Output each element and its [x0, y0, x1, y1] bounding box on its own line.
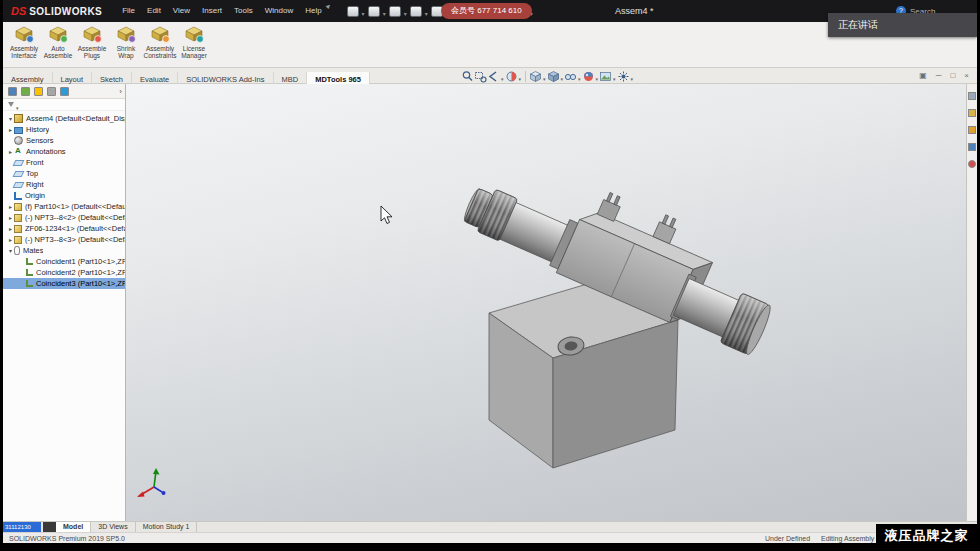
ribbon-button-label: License Manager: [177, 45, 211, 59]
apply-scene-icon[interactable]: [599, 70, 612, 83]
filter-icon[interactable]: [8, 102, 14, 107]
view-settings-icon[interactable]: [617, 70, 630, 83]
menu-window[interactable]: Window: [259, 0, 299, 22]
display-style-icon[interactable]: [547, 70, 560, 83]
print-icon[interactable]: [410, 6, 422, 17]
new-icon[interactable]: [347, 6, 359, 17]
solidworks-logo: DS SOLIDWORKS: [11, 5, 102, 17]
tree-item-right-plane[interactable]: Right: [3, 179, 125, 190]
expander-icon[interactable]: ▸: [7, 148, 14, 155]
save-icon[interactable]: [389, 6, 401, 17]
tree-item-mates[interactable]: ▾Mates: [3, 245, 125, 256]
section-view-icon[interactable]: [505, 70, 518, 83]
tree-item-sensors[interactable]: Sensors: [3, 135, 125, 146]
menu-edit[interactable]: Edit: [141, 0, 167, 22]
tree-item-label: Top: [26, 169, 38, 178]
featuremanager-tab-icon[interactable]: [8, 87, 17, 96]
valve-assembly-model[interactable]: [126, 84, 966, 521]
tree-item-history[interactable]: ▸History: [3, 124, 125, 135]
open-dropdown-icon[interactable]: [382, 2, 387, 20]
tab-model[interactable]: Model: [56, 522, 91, 532]
tree-item-part10[interactable]: ▸(f) Part10<1> (Default<<Default: [3, 201, 125, 212]
section-view-dropdown-icon[interactable]: [518, 67, 523, 85]
heads-up-toolbar: [461, 69, 634, 83]
panel-expand-arrow-icon[interactable]: ›: [119, 87, 122, 96]
corner-badge: 31112130: [3, 522, 41, 532]
hide-show-items-icon[interactable]: [564, 70, 577, 83]
assembly-icon: [14, 114, 23, 123]
restore-icon[interactable]: [919, 68, 927, 83]
tree-item-npt3-3[interactable]: ▸(-) NPT3--8<3> (Default<<Defau: [3, 234, 125, 245]
assembly-constraints-icon: [149, 25, 171, 44]
menu-file[interactable]: File: [116, 0, 141, 22]
design-library-icon[interactable]: [968, 109, 976, 117]
origin-icon: [14, 192, 22, 200]
expander-icon[interactable]: ▸: [7, 236, 14, 243]
zoom-fit-icon[interactable]: [461, 70, 474, 83]
tree-item-front-plane[interactable]: Front: [3, 157, 125, 168]
expander-icon[interactable]: ▾: [7, 115, 14, 122]
tree-item-label: (-) NPT3--8<2> (Default<<Defau: [25, 213, 125, 222]
expander-icon[interactable]: ▾: [7, 247, 14, 254]
expander-icon[interactable]: ▸: [7, 214, 14, 221]
part-icon: [14, 214, 22, 222]
menu-insert[interactable]: Insert: [196, 0, 228, 22]
save-dropdown-icon[interactable]: [403, 2, 408, 20]
displaymanager-tab-icon[interactable]: [60, 87, 69, 96]
ribbon-button-label: Shrink Wrap: [109, 45, 143, 59]
view-orientation-icon[interactable]: [529, 70, 542, 83]
tree-item-coincident1[interactable]: Coincident1 (Part10<1>,ZF06: [3, 256, 125, 267]
previous-view-icon[interactable]: [487, 70, 500, 83]
tree-item-zf06-1234[interactable]: ▸ZF06-1234<1> (Default<<Defaul: [3, 223, 125, 234]
license-manager-icon: [183, 25, 205, 44]
solidworks-resources-icon[interactable]: [968, 92, 976, 100]
file-explorer-icon[interactable]: [968, 126, 976, 134]
feature-manager-panel: › ▾Assem4 (Default<Default_Display Sta ▸…: [3, 84, 126, 521]
menu-help[interactable]: Help: [299, 0, 327, 22]
expander-icon[interactable]: ▸: [7, 225, 14, 232]
ribbon-button-auto-assemble[interactable]: Auto Assemble: [41, 24, 75, 59]
z-axis-icon: [162, 491, 166, 495]
ribbon-button-assemble-plugs[interactable]: Assemble Plugs: [75, 24, 109, 59]
ribbon-button-license-manager[interactable]: License Manager: [177, 24, 211, 59]
maximize-icon[interactable]: [950, 68, 955, 83]
tree-item-npt3-2[interactable]: ▸(-) NPT3--8<2> (Default<<Defau: [3, 212, 125, 223]
assemble-plugs-icon: [81, 25, 103, 44]
view-settings-dropdown-icon[interactable]: [630, 67, 635, 85]
expander-icon[interactable]: ▸: [7, 126, 14, 133]
configurationmanager-tab-icon[interactable]: [34, 87, 43, 96]
tree-item-coincident3[interactable]: Coincident3 (Part10<1>,ZF06: [3, 278, 125, 289]
plane-icon: [13, 182, 25, 188]
tree-item-annotations[interactable]: ▸Annotations: [3, 146, 125, 157]
feature-tree: ▾Assem4 (Default<Default_Display Sta ▸Hi…: [3, 111, 125, 289]
ribbon-button-shrink-wrap[interactable]: Shrink Wrap: [109, 24, 143, 59]
menu-view[interactable]: View: [167, 0, 196, 22]
graphics-viewport[interactable]: [126, 84, 966, 521]
zoom-area-icon[interactable]: [474, 70, 487, 83]
ribbon-button-assembly-constraints[interactable]: Assembly Constraints: [143, 24, 177, 59]
appearances-scenes-icon[interactable]: [968, 160, 976, 168]
minimize-icon[interactable]: [936, 68, 942, 83]
ribbon-button-assembly-interface[interactable]: Assembly Interface: [7, 24, 41, 59]
tree-item-coincident2[interactable]: Coincident2 (Part10<1>,ZF06: [3, 267, 125, 278]
tab-scroll-button[interactable]: [43, 522, 56, 532]
tree-item-assem4[interactable]: ▾Assem4 (Default<Default_Display Sta: [3, 113, 125, 124]
filter-dropdown-icon[interactable]: [16, 96, 19, 114]
propertymanager-tab-icon[interactable]: [21, 87, 30, 96]
edit-appearance-icon[interactable]: [582, 70, 595, 83]
tab-3d-views[interactable]: 3D Views: [91, 522, 135, 532]
tree-item-top-plane[interactable]: Top: [3, 168, 125, 179]
expander-icon[interactable]: ▸: [7, 203, 14, 210]
ds-logo-icon: DS: [11, 5, 26, 17]
ribbon-button-label: Auto Assemble: [41, 45, 75, 59]
view-palette-icon[interactable]: [968, 143, 976, 151]
coincident-mate-icon: [26, 258, 33, 265]
tree-item-origin[interactable]: Origin: [3, 190, 125, 201]
open-icon[interactable]: [368, 6, 380, 17]
close-icon[interactable]: [964, 68, 969, 83]
menu-tools[interactable]: Tools: [228, 0, 259, 22]
dimxpertmanager-tab-icon[interactable]: [47, 87, 56, 96]
print-dropdown-icon[interactable]: [424, 2, 429, 20]
new-dropdown-icon[interactable]: [361, 2, 366, 20]
tab-motion-study-1[interactable]: Motion Study 1: [136, 522, 198, 532]
